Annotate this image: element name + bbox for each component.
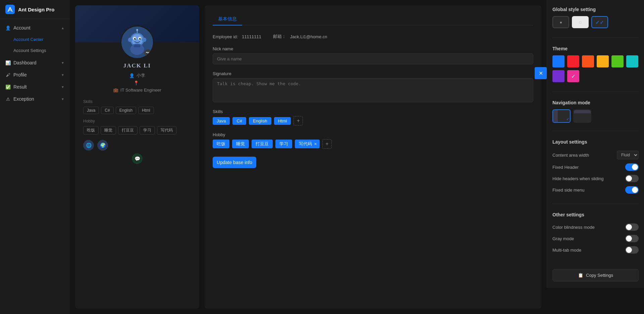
- dashboard-chevron: ▼: [61, 61, 64, 65]
- profile-name-row: 👤 小李: [129, 72, 145, 78]
- hide-headers-toggle[interactable]: [625, 175, 639, 182]
- nav-top-option[interactable]: [573, 109, 591, 123]
- app-logo: Ant Design Pro: [0, 0, 70, 19]
- profile-card: 📷 JACK LI 👤 小李 📍 💼 IT Software Engineer: [75, 5, 199, 309]
- profile-role: IT Software Engineer: [120, 88, 161, 93]
- location-icon: 📍: [133, 81, 139, 86]
- multi-tab-row: Multi-tab mode: [552, 244, 639, 256]
- global-style-title: Global style setting: [552, 7, 639, 12]
- settings-panel: Global style setting ■ □ ✓ Theme: [547, 0, 644, 288]
- avatar-upload-icon[interactable]: 📷: [144, 49, 152, 57]
- signature-input[interactable]: [213, 78, 533, 102]
- employee-value: 11111111: [242, 34, 261, 39]
- fixed-side-row: Fixed side menu: [552, 184, 639, 196]
- theme-orange[interactable]: [582, 55, 594, 67]
- result-icon: ✅: [5, 84, 11, 90]
- hobby-5-close[interactable]: ✕: [314, 142, 317, 146]
- theme-pink[interactable]: [567, 70, 579, 82]
- main-content: 📷 JACK LI 👤 小李 📍 💼 IT Software Engineer: [70, 0, 547, 314]
- theme-gold[interactable]: [597, 55, 609, 67]
- sidebar-item-profile[interactable]: 🖋 Profile ▼: [0, 69, 70, 81]
- form-hobby-1: 吃饭: [213, 140, 229, 148]
- global-style-section: Global style setting ■ □ ✓: [552, 7, 639, 30]
- skills-section-title: Skills: [83, 99, 191, 104]
- theme-blue[interactable]: [552, 55, 565, 67]
- theme-purple[interactable]: [552, 70, 565, 82]
- social-icon-wechat[interactable]: 💬: [132, 153, 143, 164]
- color-blind-toggle[interactable]: [625, 223, 639, 231]
- hobby-tag-3: 打豆豆: [118, 126, 138, 135]
- hobby-tags-row: 吃饭 睡觉 打豆豆 学习 写代码 ✕ +: [213, 139, 533, 149]
- form-skill-cs: C#: [232, 117, 246, 125]
- social-icon-globe[interactable]: 🌍: [97, 140, 108, 151]
- copy-settings-button[interactable]: 📋 Copy Settings: [552, 269, 639, 281]
- style-dark-option[interactable]: ■: [552, 16, 569, 28]
- profile-cover: 📷: [75, 5, 199, 42]
- skill-tag-java: Java: [83, 107, 99, 114]
- gray-mode-toggle[interactable]: [625, 235, 639, 242]
- style-light-option[interactable]: □: [572, 16, 589, 28]
- add-skill-button[interactable]: +: [293, 116, 303, 125]
- color-blind-row: Color blindness mode: [552, 221, 639, 233]
- nav-mode-options: ✓: [552, 109, 639, 123]
- profile-body: JACK LI 👤 小李 📍 💼 IT Software Engineer Sk…: [75, 42, 199, 172]
- email-value: Jack.Li1@home.cn: [290, 34, 327, 39]
- user-icon: 👤: [129, 73, 135, 78]
- sidebar-item-account[interactable]: 👤 Account ▲: [0, 22, 70, 34]
- divider-4: [552, 204, 639, 204]
- nick-name-input[interactable]: [213, 53, 533, 64]
- form-skill-html: Html: [274, 117, 291, 125]
- hobby-tag-5: 写代码: [157, 126, 176, 135]
- nav-mode-section: Navigation mode ✓: [552, 100, 639, 123]
- account-chevron: ▲: [61, 26, 64, 30]
- hobby-field: Hobby 吃饭 睡觉 打豆豆 学习 写代码 ✕ +: [213, 132, 533, 149]
- nav-mode-title: Navigation mode: [552, 100, 639, 105]
- profile-location-row: 📍: [133, 81, 141, 86]
- theme-title: Theme: [552, 46, 639, 51]
- sidebar-item-account-center[interactable]: Account Center: [0, 34, 70, 45]
- content-area: 📷 JACK LI 👤 小李 📍 💼 IT Software Engineer: [75, 5, 541, 309]
- theme-teal[interactable]: [626, 55, 638, 67]
- svg-point-13: [142, 38, 146, 42]
- content-width-select[interactable]: Fluid: [617, 151, 639, 159]
- divider-3: [552, 131, 639, 131]
- social-icon-github[interactable]: 🌐: [83, 140, 94, 151]
- fixed-side-toggle[interactable]: [625, 186, 639, 194]
- sidebar-item-dashboard[interactable]: 📊 Dashboard ▼: [0, 57, 70, 69]
- sidebar-item-account-label: Account: [13, 25, 31, 31]
- employee-row: Employee id: 11111111 邮箱： Jack.Li1@home.…: [213, 34, 533, 40]
- dashboard-icon: 📊: [5, 60, 11, 65]
- hobby-label: Hobby: [213, 132, 533, 137]
- add-hobby-button[interactable]: +: [322, 139, 332, 149]
- style-dark2-option[interactable]: ✓: [591, 16, 608, 28]
- nav-sidebar-option[interactable]: ✓: [552, 109, 571, 123]
- sidebar-item-exception[interactable]: ⚠ Exception ▼: [0, 93, 70, 105]
- update-base-info-button[interactable]: Update base info: [213, 157, 256, 168]
- update-btn-wrap: Update base info: [213, 155, 533, 168]
- svg-point-7: [139, 38, 141, 40]
- sidebar-menu: 👤 Account ▲ Account Center Account Setti…: [0, 19, 70, 314]
- settings-wrapper: ✕ Global style setting ■ □ ✓ Theme: [547, 0, 644, 314]
- multi-tab-toggle[interactable]: [625, 246, 639, 254]
- tab-basic-info[interactable]: 基本信息: [213, 13, 242, 25]
- fixed-side-label: Fixed side menu: [552, 188, 584, 193]
- divider-1: [552, 38, 639, 38]
- sidebar-item-account-settings[interactable]: Account Settings: [0, 45, 70, 56]
- sidebar-item-result[interactable]: ✅ Result ▼: [0, 81, 70, 93]
- nick-name-field: Nick name: [213, 46, 533, 64]
- nick-name-label: Nick name: [213, 46, 533, 51]
- svg-rect-15: [134, 45, 141, 48]
- hide-headers-row: Hide headers when sliding: [552, 173, 639, 184]
- skills-field: Skills Java C# English Html +: [213, 109, 533, 125]
- result-chevron: ▼: [61, 85, 64, 89]
- logo-icon: [5, 5, 15, 14]
- other-settings-title: Other settings: [552, 212, 639, 217]
- profile-avatar: 📷: [120, 25, 154, 59]
- copy-icon: 📋: [578, 273, 583, 278]
- svg-point-9: [140, 38, 141, 39]
- form-hobby-4: 学习: [275, 140, 292, 148]
- theme-red[interactable]: [567, 55, 579, 67]
- fixed-header-toggle[interactable]: [625, 163, 639, 171]
- theme-green2[interactable]: [611, 55, 624, 67]
- close-settings-button[interactable]: ✕: [535, 67, 547, 79]
